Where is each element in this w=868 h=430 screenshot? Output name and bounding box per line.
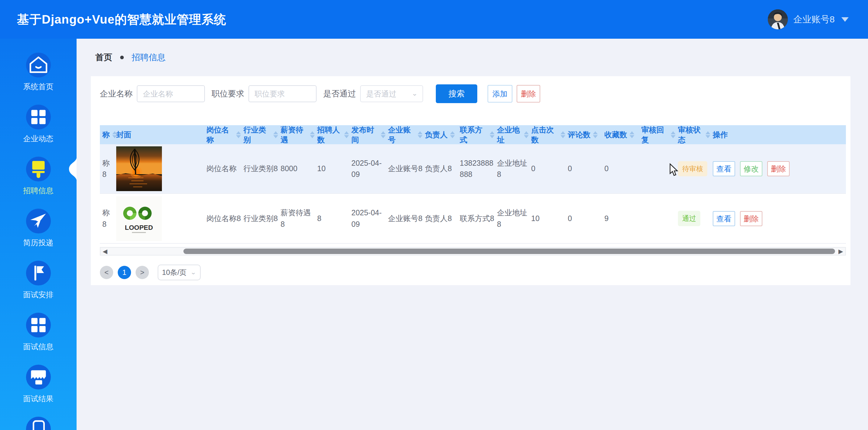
column-header-薪资待遇[interactable]: 薪资待遇 — [278, 125, 315, 145]
sort-arrows-icon — [671, 131, 676, 138]
cell-text: 企业地址8 — [497, 159, 527, 179]
filter-label-职位要求: 职位要求 — [212, 88, 244, 99]
column-label: 企业地址 — [497, 125, 522, 145]
cell-发布时间: 2025-04-09 — [349, 207, 385, 230]
horizontal-scrollbar[interactable]: ◀ ▶ — [100, 247, 846, 256]
cell-操作: 查看删除 — [710, 211, 845, 226]
add-button[interactable]: 添加 — [488, 85, 513, 102]
search-button[interactable]: 搜索 — [436, 85, 477, 103]
sidebar-item-label: 系统首页 — [23, 81, 54, 92]
cell-操作: 查看修改删除 — [710, 161, 845, 176]
cell-岗位名称: 岗位名称 — [204, 163, 241, 174]
scroll-left-icon[interactable]: ◀ — [100, 247, 110, 255]
cell-text: 企业账号8 — [388, 214, 423, 223]
column-header-审核回复[interactable]: 审核回复 — [639, 125, 676, 145]
row-action-view-button[interactable]: 查看 — [713, 211, 735, 226]
page-size-value: 10条/页 — [162, 268, 186, 277]
column-header-审核状态[interactable]: 审核状态 — [676, 125, 710, 145]
cell-行业类别: 行业类别8 — [241, 163, 278, 174]
sunset-cover-image[interactable] — [116, 146, 162, 191]
row-action-edit-button[interactable]: 修改 — [740, 161, 763, 176]
column-header-操作: 操作 — [710, 130, 845, 140]
page-size-select[interactable]: 10条/页 ⌄ — [158, 265, 200, 280]
column-header-联系方式[interactable]: 联系方式 — [457, 125, 495, 145]
looped-logo-image[interactable]: LOOPED — [116, 196, 162, 241]
cell-企业账号: 企业账号8 — [385, 163, 423, 174]
breadcrumb-current-link[interactable]: 招聘信息 — [132, 52, 165, 63]
column-header-评论数[interactable]: 评论数 — [565, 130, 602, 140]
sidebar-item-企业动态[interactable]: 企业动态 — [0, 105, 76, 157]
column-header-招聘人数[interactable]: 招聘人数 — [315, 125, 349, 145]
filter-input-企业名称[interactable] — [137, 85, 205, 102]
breadcrumb-home-link[interactable]: 首页 — [95, 52, 112, 63]
user-avatar[interactable] — [768, 9, 788, 29]
row-action-delete-button[interactable]: 删除 — [767, 161, 789, 176]
sidebar-item-系统首页[interactable]: 系统首页 — [0, 53, 76, 105]
delete-button[interactable]: 删除 — [517, 85, 540, 102]
column-header-企业账号[interactable]: 企业账号 — [385, 125, 423, 145]
cell-评论数: 0 — [565, 163, 602, 174]
column-label: 岗位名称 — [207, 125, 234, 145]
breadcrumb: 首页 招聘信息 — [76, 39, 868, 76]
column-label: 行业类别 — [243, 125, 271, 145]
cell-text: 企业地址8 — [497, 208, 527, 228]
column-header-行业类别[interactable]: 行业类别 — [241, 125, 278, 145]
cell-text: 2025-04-09 — [351, 208, 382, 228]
user-name[interactable]: 企业账号8 — [793, 13, 835, 26]
column-header-点击次数[interactable]: 点击次数 — [529, 125, 565, 145]
filter-select-是否通过[interactable]: 是否通过⌄ — [360, 85, 423, 102]
content-card: 企业名称职位要求是否通过是否通过⌄搜索添加删除 称封面岗位名称行业类别薪资待遇招… — [91, 76, 850, 285]
cell-企业地址: 企业地址8 — [495, 207, 529, 230]
table-row: 称8LOOPED岗位名称8行业类别8薪资待遇882025-04-09企业账号8负… — [100, 194, 846, 244]
sort-arrows-icon — [490, 131, 495, 138]
chevron-down-icon: ⌄ — [412, 91, 417, 97]
filter-input-职位要求[interactable] — [248, 85, 317, 102]
column-header-企业地址[interactable]: 企业地址 — [495, 125, 529, 145]
cell-行业类别: 行业类别8 — [241, 213, 278, 224]
sidebar-item-hidden-7[interactable] — [0, 417, 76, 430]
column-header-收藏数[interactable]: 收藏数 — [602, 130, 639, 140]
column-label: 审核回复 — [641, 125, 668, 145]
svg-text:LOOPED: LOOPED — [125, 224, 153, 231]
next-page-button[interactable]: > — [135, 266, 149, 279]
sidebar-item-label: 企业动态 — [23, 134, 54, 144]
sidebar-item-面试安排[interactable]: 面试安排 — [0, 261, 76, 313]
prev-page-button[interactable]: < — [100, 266, 113, 279]
cell-企业账号: 企业账号8 — [385, 213, 423, 224]
column-label: 封面 — [116, 130, 131, 140]
cell-封面 — [114, 146, 204, 191]
sidebar-item-面试信息[interactable]: 面试信息 — [0, 313, 76, 365]
cell-审核状态: 待审核 — [676, 161, 710, 176]
sort-arrows-icon — [593, 131, 598, 138]
sidebar-item-简历投递[interactable]: 简历投递 — [0, 209, 76, 261]
cell-text: 13823888888 — [460, 159, 493, 179]
scrollbar-thumb[interactable] — [183, 249, 835, 254]
cell-发布时间: 2025-04-09 — [349, 158, 385, 180]
sidebar-item-招聘信息[interactable]: 招聘信息 — [0, 157, 76, 209]
column-label: 审核状态 — [678, 125, 703, 145]
scroll-right-icon[interactable]: ▶ — [836, 247, 845, 255]
cell-text: 0 — [604, 164, 609, 173]
laptop-icon — [26, 365, 51, 390]
sidebar-item-label: 面试安排 — [23, 290, 54, 300]
column-header-称[interactable]: 称 — [100, 130, 114, 140]
sidebar-item-面试结果[interactable]: 面试结果 — [0, 365, 76, 417]
cell-text: 0 — [568, 164, 572, 173]
table-row: 称8岗位名称行业类别88000102025-04-09企业账号8负责人81382… — [100, 144, 846, 194]
cell-称: 称8 — [100, 158, 114, 180]
cell-招聘人数: 8 — [315, 213, 349, 224]
row-action-view-button[interactable]: 查看 — [713, 161, 735, 176]
cell-点击次数: 10 — [529, 213, 565, 224]
column-header-岗位名称[interactable]: 岗位名称 — [204, 125, 241, 145]
cell-点击次数: 0 — [529, 163, 565, 174]
page-1-button[interactable]: 1 — [118, 266, 131, 279]
user-menu[interactable]: 企业账号8 — [768, 9, 849, 29]
main-area: 首页 招聘信息 企业名称职位要求是否通过是否通过⌄搜索添加删除 称封面岗位名称行… — [76, 39, 868, 430]
column-header-发布时间[interactable]: 发布时间 — [349, 125, 385, 145]
cell-负责人: 负责人8 — [423, 163, 457, 174]
column-header-负责人[interactable]: 负责人 — [423, 130, 457, 140]
select-placeholder: 是否通过 — [366, 89, 397, 99]
row-action-delete-button[interactable]: 删除 — [740, 211, 763, 226]
sort-arrows-icon — [273, 131, 278, 138]
flag-icon — [26, 261, 51, 286]
